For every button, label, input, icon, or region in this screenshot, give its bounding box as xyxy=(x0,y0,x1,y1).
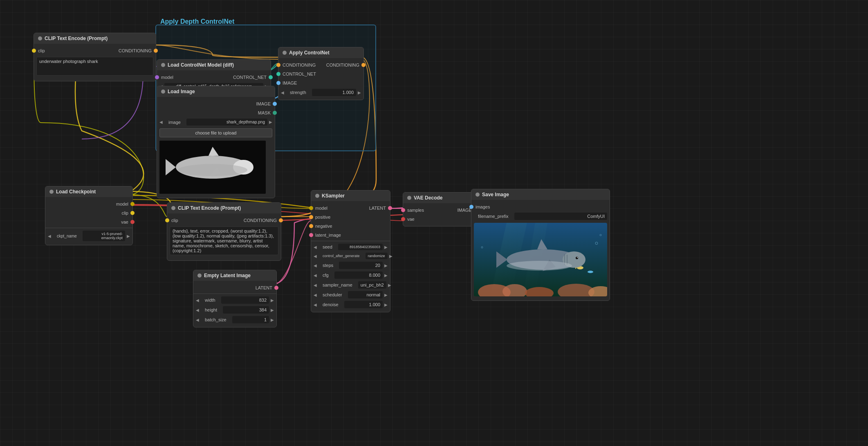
port-label-control-net-out: CONTROL_NET xyxy=(233,75,271,80)
node-vae-decode: VAE Decode samples IMAGE vae xyxy=(403,192,476,226)
port-label-model: model xyxy=(157,75,177,80)
node-dot-controlnet xyxy=(161,63,165,67)
node-header-vae-decode: VAE Decode xyxy=(403,193,476,203)
port-dot-conditioning-neg-out[interactable] xyxy=(279,218,283,222)
batch-value: 1 xyxy=(232,316,269,323)
port-dot-image-in[interactable] xyxy=(276,81,280,85)
arrow-right-width[interactable]: ▶ xyxy=(271,298,274,303)
arrow-left-batch[interactable]: ◀ xyxy=(196,318,199,322)
arrow-right-batch[interactable]: ▶ xyxy=(271,318,274,322)
port-dot-samples-in[interactable] xyxy=(401,208,405,212)
arrow-left-sampler[interactable]: ◀ xyxy=(314,283,317,287)
field-scheduler: ◀ scheduler normal ▶ xyxy=(311,290,390,300)
node-title-clip-positive: CLIP Text Encode (Prompt) xyxy=(45,36,108,41)
port-label-conditioning-out2: CONDITIONING xyxy=(326,63,363,67)
ksampler-latent-label: latent_image xyxy=(311,233,345,238)
arrow-left-height[interactable]: ◀ xyxy=(196,308,199,312)
field-batch-size: ◀ batch_size 1 ▶ xyxy=(193,315,276,325)
width-value: 832 xyxy=(221,296,269,304)
ksampler-negative-label: negative xyxy=(311,224,336,229)
port-clip-in: clip CONDITIONING xyxy=(34,46,156,55)
arrow-left-steps[interactable]: ◀ xyxy=(314,263,317,268)
port-dot-mask-out[interactable] xyxy=(273,111,277,115)
node-body-empty-latent: LATENT ◀ width 832 ▶ ◀ height 384 ▶ ◀ ba… xyxy=(193,281,276,327)
arrow-right-image[interactable]: ▶ xyxy=(269,120,272,124)
svg-point-27 xyxy=(507,261,572,271)
port-label-mask-out: MASK xyxy=(258,110,275,115)
port-dot-vae-out[interactable] xyxy=(130,220,135,224)
arrow-left-image[interactable]: ◀ xyxy=(159,120,163,124)
port-ksampler-model-in-dot[interactable] xyxy=(309,206,313,210)
port-dot-conditioning-out[interactable] xyxy=(154,49,158,53)
node-dot-load-image xyxy=(161,90,165,94)
arrow-left-strength[interactable]: ◀ xyxy=(281,90,284,95)
port-label-conditioning-in: CONDITIONING xyxy=(278,63,320,67)
node-header-clip-negative: CLIP Text Encode (Prompt) xyxy=(167,203,281,213)
port-model-in: model CONTROL_NET xyxy=(157,73,271,82)
port-dot-model-in[interactable] xyxy=(155,75,159,79)
svg-point-23 xyxy=(577,257,578,258)
field-image-name: ◀ image shark_depthmap.png ▶ xyxy=(157,117,275,127)
node-body-load-image: IMAGE MASK ◀ image shark_depthmap.png ▶ … xyxy=(157,97,275,198)
arrow-left-control[interactable]: ◀ xyxy=(314,254,317,258)
port-ksampler-negative-dot[interactable] xyxy=(309,224,313,228)
port-clip-negative-in: clip CONDITIONING xyxy=(167,216,281,225)
node-dot-clip-negative xyxy=(171,206,175,210)
ksampler-latent-out-label: LATENT xyxy=(369,206,390,211)
strength-label: strength xyxy=(286,90,310,95)
port-dot-vae-in[interactable] xyxy=(401,217,405,221)
field-strength: ◀ strength 1.000 ▶ xyxy=(278,87,363,97)
field-denoise: ◀ denoise 1.000 ▶ xyxy=(311,300,390,309)
port-dot-control-net-out[interactable] xyxy=(269,75,273,79)
port-dot-images-in[interactable] xyxy=(469,205,473,209)
arrow-right-height[interactable]: ▶ xyxy=(271,308,274,312)
port-dot-clip-in[interactable] xyxy=(32,49,36,53)
arrow-right-denoise[interactable]: ▶ xyxy=(384,303,388,307)
port-dot-conditioning-in[interactable] xyxy=(276,63,280,67)
port-dot-latent-out[interactable] xyxy=(274,286,278,290)
port-ksampler-latent-out[interactable] xyxy=(388,206,392,210)
arrow-right-strength[interactable]: ▶ xyxy=(358,90,361,95)
node-header-load-image: Load Image xyxy=(157,86,275,97)
height-value: 384 xyxy=(223,306,269,314)
clip-negative-text[interactable]: {hands}, text, error, cropped, (worst qu… xyxy=(170,226,278,255)
arrow-right-cfg[interactable]: ▶ xyxy=(384,273,388,278)
port-label-control-net-in: CONTROL_NET xyxy=(278,72,320,76)
node-clip-text-negative: CLIP Text Encode (Prompt) clip CONDITION… xyxy=(167,202,281,261)
arrow-right-ckpt[interactable]: ▶ xyxy=(127,234,130,238)
arrow-left-ckpt[interactable]: ◀ xyxy=(48,234,51,238)
port-dot-clip-neg-in[interactable] xyxy=(165,218,169,222)
port-ksampler-latent-in-dot[interactable] xyxy=(309,233,313,237)
node-body-vae-decode: samples IMAGE vae xyxy=(403,203,476,226)
arrow-right-seed[interactable]: ▶ xyxy=(384,245,388,249)
seed-label: seed xyxy=(318,244,336,249)
arrow-left-scheduler[interactable]: ◀ xyxy=(314,293,317,297)
field-cfg: ◀ cfg 8.000 ▶ xyxy=(311,270,390,280)
arrow-left-seed[interactable]: ◀ xyxy=(314,245,317,249)
node-body-clip-positive: clip CONDITIONING underwater photograph … xyxy=(34,44,156,81)
arrow-right-steps[interactable]: ▶ xyxy=(384,263,388,268)
ckpt-name-label: ckpt_name xyxy=(53,234,81,238)
arrow-left-denoise[interactable]: ◀ xyxy=(314,303,317,307)
filename-prefix-label: filename_prefix xyxy=(474,214,513,219)
port-ksampler-model-in: model LATENT xyxy=(311,204,390,213)
upload-button[interactable]: choose file to upload xyxy=(159,128,272,137)
arrow-left-cfg[interactable]: ◀ xyxy=(314,273,317,278)
clip-positive-text[interactable]: underwater photograph shark xyxy=(36,57,153,76)
port-conditioning-in: CONDITIONING CONDITIONING xyxy=(278,61,363,69)
arrow-right-control[interactable]: ▶ xyxy=(389,254,393,258)
arrow-right-scheduler[interactable]: ▶ xyxy=(384,293,388,297)
port-ksampler-latent-in: latent_image xyxy=(311,231,390,240)
port-dot-control-net-in[interactable] xyxy=(276,72,280,76)
image-label: image xyxy=(164,120,185,125)
port-dot-model-out[interactable] xyxy=(130,202,135,206)
port-ksampler-positive-dot[interactable] xyxy=(309,215,313,219)
port-dot-conditioning-out2[interactable] xyxy=(361,63,366,67)
node-dot xyxy=(38,36,42,40)
port-dot-image-out[interactable] xyxy=(273,102,277,106)
arrow-left-width[interactable]: ◀ xyxy=(196,298,199,303)
port-ksampler-negative-in: negative xyxy=(311,222,390,231)
port-dot-clip-out[interactable] xyxy=(130,211,135,215)
arrow-right-sampler[interactable]: ▶ xyxy=(388,283,391,287)
output-image-preview xyxy=(474,223,607,296)
